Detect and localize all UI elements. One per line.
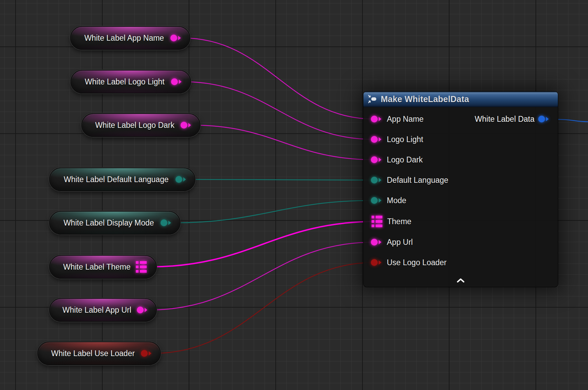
input-pin-app-url[interactable] xyxy=(371,238,382,246)
variable-node-label: White Label Theme xyxy=(63,262,130,272)
input-pin-label: Default Language xyxy=(387,176,448,185)
variable-node-label: White Label App Url xyxy=(62,306,131,315)
input-pin-row-app-name: App Name xyxy=(371,113,424,125)
input-pin-use-logo-loader[interactable] xyxy=(371,258,382,267)
wire-white-label-logo-light-to-logo-light[interactable] xyxy=(183,82,374,139)
output-pin-white-label-display-mode[interactable] xyxy=(160,219,172,227)
input-pin-default-language[interactable] xyxy=(371,176,382,184)
variable-node-white-label-use-loader[interactable]: White Label Use Loader xyxy=(37,342,161,365)
variable-node-white-label-app-url[interactable]: White Label App Url xyxy=(49,298,157,322)
input-pin-logo-dark[interactable] xyxy=(371,156,382,164)
collapse-advanced-pins-chevron-icon[interactable] xyxy=(456,278,465,283)
output-pin-white-label-app-name[interactable] xyxy=(170,34,182,42)
variable-node-label: White Label Default Language xyxy=(64,175,168,184)
variable-node-label: White Label Logo Dark xyxy=(95,121,174,130)
white-label-data-output-pin[interactable] xyxy=(538,115,549,123)
variable-node-label: White Label Display Mode xyxy=(63,218,154,228)
make-whitelabeldata-node[interactable]: Make WhiteLabelData App NameLogo LightLo… xyxy=(363,92,558,287)
input-pin-row-theme: Theme xyxy=(372,216,412,227)
input-pin-theme[interactable] xyxy=(372,216,382,227)
output-pin-white-label-use-loader[interactable] xyxy=(141,349,152,357)
variable-node-white-label-default-language[interactable]: White Label Default Language xyxy=(49,168,195,191)
input-pin-row-logo-dark: Logo Dark xyxy=(371,154,423,165)
make-node-title: Make WhiteLabelData xyxy=(381,94,469,104)
input-pin-app-name[interactable] xyxy=(371,115,382,123)
output-pin-white-label-app-url[interactable] xyxy=(136,306,148,314)
input-pin-label: Logo Dark xyxy=(387,155,423,164)
make-struct-icon xyxy=(368,95,377,103)
variable-node-white-label-display-mode[interactable]: White Label Display Mode xyxy=(49,211,181,235)
output-pin-white-label-logo-light[interactable] xyxy=(171,78,182,86)
wire-white-label-default-language-to-default-language[interactable] xyxy=(187,179,374,180)
wire-white-label-app-url-to-app-url[interactable] xyxy=(149,242,374,310)
input-pin-row-use-logo-loader: Use Logo Loader xyxy=(371,257,446,268)
wire-white-label-logo-dark-to-logo-dark[interactable] xyxy=(192,125,374,160)
input-pin-row-default-language: Default Language xyxy=(371,174,448,186)
blueprint-graph-canvas[interactable]: Make WhiteLabelData App NameLogo LightLo… xyxy=(0,0,588,390)
wire-white-label-app-name-to-app-name[interactable] xyxy=(182,38,374,119)
variable-node-label: White Label App Name xyxy=(84,34,164,43)
input-pin-label: Logo Light xyxy=(387,135,423,144)
input-pin-label: Theme xyxy=(387,217,412,226)
variable-node-white-label-theme[interactable]: White Label Theme xyxy=(49,255,157,279)
input-pin-row-mode: Mode xyxy=(371,195,406,206)
variable-node-label: White Label Use Loader xyxy=(51,349,135,358)
wire-white-label-display-mode-to-mode[interactable] xyxy=(172,200,374,223)
input-pin-logo-light[interactable] xyxy=(371,135,382,143)
variable-node-white-label-app-name[interactable]: White Label App Name xyxy=(70,26,190,50)
output-pin-white-label-default-language[interactable] xyxy=(175,175,187,183)
input-pin-label: Use Logo Loader xyxy=(387,258,446,267)
input-pin-label: App Name xyxy=(387,115,424,124)
output-pin-row: White Label Data xyxy=(475,113,549,125)
variable-node-white-label-logo-dark[interactable]: White Label Logo Dark xyxy=(81,113,201,137)
variable-node-white-label-logo-light[interactable]: White Label Logo Light xyxy=(70,70,191,94)
make-node-header[interactable]: Make WhiteLabelData xyxy=(363,92,558,107)
output-pin-white-label-theme[interactable] xyxy=(136,261,147,273)
input-pin-label: Mode xyxy=(387,196,406,205)
input-pin-row-logo-light: Logo Light xyxy=(371,134,423,145)
wire-white-label-use-loader-to-use-logo-loader[interactable] xyxy=(153,262,374,353)
output-pin-white-label-logo-dark[interactable] xyxy=(180,121,192,129)
output-pin-label: White Label Data xyxy=(475,115,534,124)
input-pin-mode[interactable] xyxy=(371,196,382,204)
wire-white-label-data-out[interactable] xyxy=(558,119,588,122)
input-pin-label: App Url xyxy=(387,238,413,247)
variable-node-label: White Label Logo Light xyxy=(85,77,164,86)
input-pin-row-app-url: App Url xyxy=(371,236,413,248)
